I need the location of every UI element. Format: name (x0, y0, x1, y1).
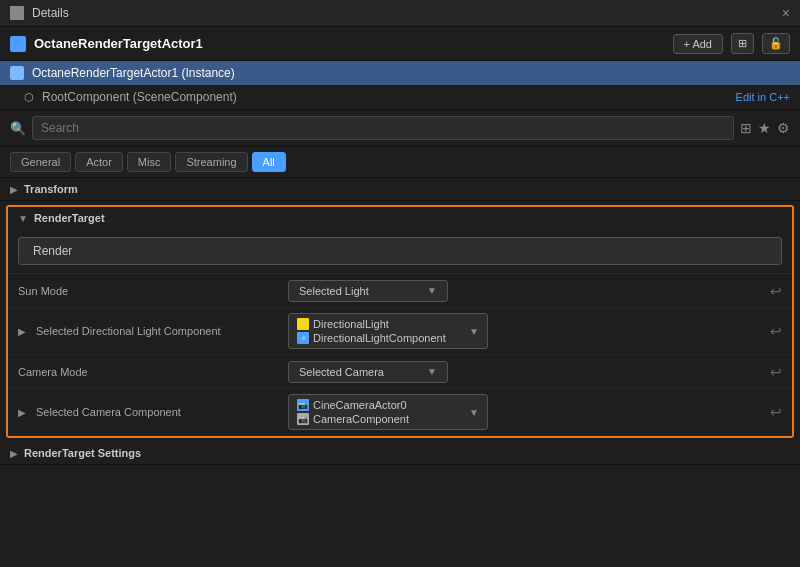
camera-component-dropdown-arrow: ▼ (469, 407, 479, 418)
title-bar-text: Details (32, 6, 774, 20)
search-icons: ⊞ ★ ⚙ (740, 120, 790, 136)
tab-actor[interactable]: Actor (75, 152, 123, 172)
lock-button[interactable]: 🔓 (762, 33, 790, 54)
render-target-label: RenderTarget (34, 212, 105, 224)
sun-mode-label: Sun Mode (18, 285, 288, 297)
transform-arrow-icon: ▶ (10, 184, 18, 195)
camera-component-icon1: 📷 (297, 399, 309, 411)
camera-mode-dropdown-arrow: ▼ (427, 366, 437, 377)
directional-light-line2-text: DirectionalLightComponent (313, 332, 446, 344)
tab-misc[interactable]: Misc (127, 152, 172, 172)
render-target-settings-header[interactable]: ▶ RenderTarget Settings (0, 442, 800, 465)
camera-component-dropdown[interactable]: 📷 CineCameraActor0 📷 CameraComponent ▼ (288, 394, 488, 430)
settings-icon[interactable]: ⚙ (777, 120, 790, 136)
render-target-header[interactable]: ▼ RenderTarget (8, 207, 792, 229)
instance-text: OctaneRenderTargetActor1 (Instance) (32, 66, 235, 80)
directional-light-control: ☀ DirectionalLight ☀ DirectionalLightCom… (288, 313, 762, 349)
camera-mode-control: Selected Camera ▼ (288, 361, 762, 383)
tab-streaming[interactable]: Streaming (175, 152, 247, 172)
tab-all[interactable]: All (252, 152, 286, 172)
sun-mode-control: Selected Light ▼ (288, 280, 762, 302)
settings-section-label: RenderTarget Settings (24, 447, 141, 459)
directional-light-text: Selected Directional Light Component (36, 325, 221, 337)
camera-mode-text: Camera Mode (18, 366, 88, 378)
sun-mode-dropdown[interactable]: Selected Light ▼ (288, 280, 448, 302)
sun-mode-value: Selected Light (299, 285, 369, 297)
grid-view-icon[interactable]: ⊞ (740, 120, 752, 136)
directional-light-line2: ☀ DirectionalLightComponent (297, 332, 446, 344)
camera-mode-row: Camera Mode Selected Camera ▼ ↩ (8, 355, 792, 389)
actor-header: OctaneRenderTargetActor1 + Add ⊞ 🔓 (0, 27, 800, 61)
camera-component-arrow-icon[interactable]: ▶ (18, 407, 26, 418)
sun-mode-reset[interactable]: ↩ (770, 283, 782, 299)
transform-section-label: Transform (24, 183, 78, 195)
edit-cpp-button[interactable]: Edit in C++ (736, 91, 790, 103)
instance-row[interactable]: OctaneRenderTargetActor1 (Instance) (0, 61, 800, 85)
camera-component-line2: 📷 CameraComponent (297, 413, 409, 425)
search-bar: 🔍 ⊞ ★ ⚙ (0, 110, 800, 147)
search-input[interactable] (32, 116, 734, 140)
directional-light-reset[interactable]: ↩ (770, 323, 782, 339)
directional-light-label: ▶ Selected Directional Light Component (18, 325, 288, 337)
directional-light-dropdown[interactable]: ☀ DirectionalLight ☀ DirectionalLightCom… (288, 313, 488, 349)
render-target-arrow-icon: ▼ (18, 213, 28, 224)
camera-component-control: 📷 CineCameraActor0 📷 CameraComponent ▼ (288, 394, 762, 430)
directional-light-arrow-icon[interactable]: ▶ (18, 326, 26, 337)
filter-tabs: General Actor Misc Streaming All (0, 147, 800, 178)
sun-mode-text: Sun Mode (18, 285, 68, 297)
title-bar: Details × (0, 0, 800, 27)
camera-component-line2-text: CameraComponent (313, 413, 409, 425)
sun-mode-row: Sun Mode Selected Light ▼ ↩ (8, 274, 792, 308)
camera-component-text: Selected Camera Component (36, 406, 181, 418)
camera-mode-value: Selected Camera (299, 366, 384, 378)
directional-light-row: ▶ Selected Directional Light Component ☀… (8, 308, 792, 355)
root-component-text: RootComponent (SceneComponent) (42, 90, 728, 104)
camera-component-reset[interactable]: ↩ (770, 404, 782, 420)
root-component-row: ⬡ RootComponent (SceneComponent) Edit in… (0, 85, 800, 110)
camera-component-line1-text: CineCameraActor0 (313, 399, 407, 411)
close-button[interactable]: × (782, 6, 790, 20)
actor-title: OctaneRenderTargetActor1 (34, 36, 665, 51)
directional-light-comp-icon: ☀ (297, 332, 309, 344)
camera-mode-label: Camera Mode (18, 366, 288, 378)
sun-mode-dropdown-arrow: ▼ (427, 285, 437, 296)
camera-mode-reset[interactable]: ↩ (770, 364, 782, 380)
content-area: ▶ Transform ▼ RenderTarget Render Sun Mo… (0, 178, 800, 567)
render-button[interactable]: Render (18, 237, 782, 265)
camera-component-inner: 📷 CineCameraActor0 📷 CameraComponent (297, 399, 409, 425)
tab-general[interactable]: General (10, 152, 71, 172)
layout-button[interactable]: ⊞ (731, 33, 754, 54)
add-button[interactable]: + Add (673, 34, 723, 54)
actor-icon (10, 36, 26, 52)
root-component-icon: ⬡ (24, 91, 34, 104)
directional-light-icon: ☀ (297, 318, 309, 330)
camera-component-label: ▶ Selected Camera Component (18, 406, 288, 418)
details-icon (10, 6, 24, 20)
camera-component-row: ▶ Selected Camera Component 📷 CineCamera… (8, 389, 792, 436)
search-icon: 🔍 (10, 121, 26, 136)
favorites-icon[interactable]: ★ (758, 120, 771, 136)
instance-icon (10, 66, 24, 80)
details-panel: Details × OctaneRenderTargetActor1 + Add… (0, 0, 800, 567)
settings-arrow-icon: ▶ (10, 448, 18, 459)
directional-light-line1: ☀ DirectionalLight (297, 318, 446, 330)
directional-light-inner: ☀ DirectionalLight ☀ DirectionalLightCom… (297, 318, 446, 344)
render-target-section: ▼ RenderTarget Render Sun Mode Selected … (6, 205, 794, 438)
transform-section-header[interactable]: ▶ Transform (0, 178, 800, 201)
camera-component-line1: 📷 CineCameraActor0 (297, 399, 409, 411)
directional-light-dropdown-arrow: ▼ (469, 326, 479, 337)
directional-light-line1-text: DirectionalLight (313, 318, 389, 330)
camera-component-icon2: 📷 (297, 413, 309, 425)
render-button-row: Render (8, 229, 792, 274)
camera-mode-dropdown[interactable]: Selected Camera ▼ (288, 361, 448, 383)
